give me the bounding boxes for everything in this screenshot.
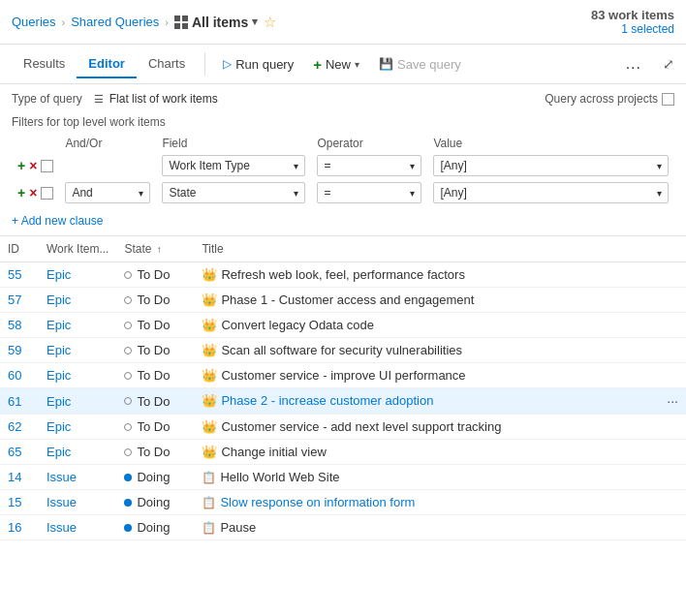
- cell-title[interactable]: 👑Change initial view: [194, 440, 686, 465]
- query-across-checkbox[interactable]: [662, 93, 674, 106]
- cell-type[interactable]: Epic: [39, 288, 116, 313]
- cell-title[interactable]: 👑Convert legacy Odata code: [194, 313, 686, 338]
- more-options-button[interactable]: ...: [616, 50, 651, 77]
- cell-type[interactable]: Epic: [39, 313, 116, 338]
- cell-type[interactable]: Epic: [39, 338, 116, 363]
- breadcrumb-queries[interactable]: Queries: [12, 15, 56, 29]
- results-header-row: ID Work Item... State ↑ Title: [0, 236, 686, 262]
- title-text[interactable]: Hello World Web Site: [220, 470, 339, 484]
- filter-operator-1[interactable]: = ▾: [317, 155, 421, 176]
- title-text[interactable]: Phase 2 - increase customer adoption: [221, 393, 433, 408]
- tab-charts[interactable]: Charts: [137, 50, 197, 78]
- cell-id[interactable]: 55: [0, 262, 39, 288]
- col-work-item[interactable]: Work Item...: [39, 236, 116, 262]
- cell-title[interactable]: 👑Scan all software for security vulnerab…: [194, 338, 686, 363]
- filter-field-2[interactable]: State ▾: [162, 182, 305, 203]
- title-text[interactable]: Phase 1 - Customer access and engagement: [221, 293, 474, 307]
- state-dot-icon: [124, 499, 132, 507]
- cell-id[interactable]: 65: [0, 440, 39, 465]
- cell-id[interactable]: 62: [0, 415, 39, 440]
- cell-title[interactable]: 📋Hello World Web Site: [194, 465, 686, 490]
- col-state[interactable]: State ↑: [116, 236, 194, 262]
- save-query-button[interactable]: 💾 Save query: [369, 52, 471, 77]
- cell-type[interactable]: Issue: [39, 515, 116, 540]
- crown-icon: 👑: [202, 419, 217, 434]
- title-text[interactable]: Slow response on information form: [220, 495, 415, 509]
- cell-type[interactable]: Epic: [39, 262, 116, 288]
- col-id[interactable]: ID: [0, 236, 39, 262]
- cell-state: Doing: [116, 515, 194, 540]
- table-row: 15IssueDoing📋Slow response on informatio…: [0, 490, 686, 515]
- query-type-value[interactable]: Flat list of work items: [109, 92, 218, 106]
- cell-id[interactable]: 57: [0, 288, 39, 313]
- row-ellipsis-button[interactable]: ···: [667, 393, 678, 409]
- cell-type[interactable]: Issue: [39, 490, 116, 515]
- state-text: To Do: [137, 267, 170, 282]
- run-icon: ▷: [223, 57, 232, 71]
- filter-add-btn-1[interactable]: +: [17, 158, 25, 173]
- filter-checkbox-2[interactable]: [41, 187, 53, 200]
- filter-table: And/Or Field Operator Value + × Wo: [12, 135, 674, 206]
- new-button[interactable]: + New ▾: [303, 51, 369, 77]
- cell-id[interactable]: 16: [0, 515, 39, 540]
- col-title[interactable]: Title: [194, 236, 686, 262]
- filter-value-1[interactable]: [Any] ▾: [433, 155, 669, 176]
- title-text[interactable]: Change initial view: [221, 445, 326, 459]
- plus-icon: +: [313, 56, 322, 73]
- title-text[interactable]: Refresh web look, feel, performance fact…: [221, 267, 464, 282]
- cell-title[interactable]: 👑Phase 1 - Customer access and engagemen…: [194, 288, 686, 313]
- cell-state: Doing: [116, 465, 194, 490]
- chevron-down-icon[interactable]: ▾: [252, 15, 258, 28]
- cell-title[interactable]: 👑Customer service - improve UI performan…: [194, 363, 686, 388]
- state-text: To Do: [137, 419, 170, 434]
- cell-type[interactable]: Issue: [39, 465, 116, 490]
- filter-checkbox-1[interactable]: [41, 160, 53, 172]
- state-dot-icon: [124, 322, 132, 329]
- favorite-icon[interactable]: ☆: [264, 14, 276, 31]
- cell-id[interactable]: 58: [0, 313, 39, 338]
- title-text[interactable]: Scan all software for security vulnerabi…: [221, 343, 462, 357]
- expand-icon[interactable]: ⤢: [663, 56, 674, 72]
- add-clause-btn[interactable]: + Add new clause: [12, 214, 674, 228]
- cell-title[interactable]: 📋Slow response on information form: [194, 490, 686, 515]
- title-text[interactable]: Pause: [220, 520, 256, 535]
- breadcrumb-shared-queries[interactable]: Shared Queries: [71, 15, 159, 29]
- filter-remove-btn-2[interactable]: ×: [29, 185, 37, 200]
- field-1-chevron: ▾: [294, 161, 298, 171]
- filter-andor-2[interactable]: And ▾: [65, 182, 150, 203]
- filter-field-1[interactable]: Work Item Type ▾: [162, 155, 305, 176]
- filter-remove-btn-1[interactable]: ×: [29, 158, 37, 173]
- filter-add-btn-2[interactable]: +: [17, 185, 25, 200]
- cell-id[interactable]: 61: [0, 388, 39, 415]
- cell-title[interactable]: 👑Phase 2 - increase customer adoption···: [194, 388, 686, 415]
- state-sort-icon: ↑: [157, 244, 162, 255]
- title-text[interactable]: Convert legacy Odata code: [221, 318, 374, 332]
- state-dot-icon: [124, 524, 132, 532]
- title-text[interactable]: Customer service - improve UI performanc…: [221, 368, 465, 383]
- cell-id[interactable]: 14: [0, 465, 39, 490]
- breadcrumb-sep-1: ›: [62, 16, 66, 28]
- cell-id[interactable]: 59: [0, 338, 39, 363]
- breadcrumb-all-items[interactable]: All items: [192, 15, 248, 30]
- cell-title[interactable]: 📋Pause: [194, 515, 686, 540]
- cell-type[interactable]: Epic: [39, 363, 116, 388]
- filter-operator-2[interactable]: = ▾: [317, 182, 421, 203]
- state-text: To Do: [137, 343, 170, 357]
- results-wrapper[interactable]: ID Work Item... State ↑ Title 55EpicTo D…: [0, 236, 686, 540]
- cell-type[interactable]: Epic: [39, 415, 116, 440]
- box-icon: 📋: [202, 521, 216, 535]
- tab-results[interactable]: Results: [12, 50, 77, 78]
- cell-title[interactable]: 👑Refresh web look, feel, performance fac…: [194, 262, 686, 288]
- run-query-button[interactable]: ▷ Run query: [213, 52, 303, 77]
- tab-editor[interactable]: Editor: [77, 50, 137, 78]
- title-text[interactable]: Customer service - add next level suppor…: [221, 419, 501, 434]
- new-chevron-icon: ▾: [355, 59, 359, 70]
- filter-value-2[interactable]: [Any] ▾: [433, 182, 669, 203]
- cell-type[interactable]: Epic: [39, 440, 116, 465]
- cell-type[interactable]: Epic: [39, 388, 116, 415]
- cell-state: Doing: [116, 490, 194, 515]
- state-dot-icon: [124, 347, 132, 354]
- cell-id[interactable]: 60: [0, 363, 39, 388]
- cell-id[interactable]: 15: [0, 490, 39, 515]
- cell-title[interactable]: 👑Customer service - add next level suppo…: [194, 415, 686, 440]
